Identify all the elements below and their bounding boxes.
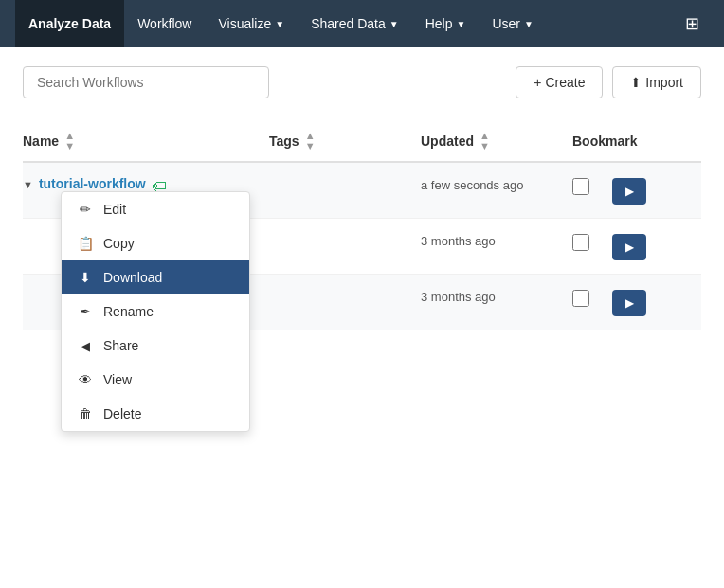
nav-analyze-data[interactable]: Analyze Data bbox=[15, 0, 124, 47]
menu-copy[interactable]: 📋 Copy bbox=[62, 226, 249, 260]
navbar: Analyze Data Workflow Visualize ▼ Shared… bbox=[0, 0, 724, 47]
row-1-name-cell: ▼ tutorial-workflow 🏷 ✏ Edit 📋 Copy ⬇ Do… bbox=[23, 176, 269, 195]
row-2-bookmark: ▶ bbox=[572, 232, 705, 260]
play-button-2[interactable]: ▶ bbox=[612, 234, 646, 260]
rename-icon: ✒ bbox=[77, 304, 94, 319]
play-button-3[interactable]: ▶ bbox=[612, 290, 646, 316]
edit-icon: ✏ bbox=[77, 202, 94, 217]
table-header: Name ▲▼ Tags ▲▼ Updated ▲▼ Bookmark bbox=[23, 121, 701, 163]
nav-help[interactable]: Help ▼ bbox=[412, 0, 480, 47]
menu-share[interactable]: ◀ Share bbox=[62, 329, 249, 363]
help-caret: ▼ bbox=[456, 19, 465, 29]
row-2-updated: 3 months ago bbox=[421, 232, 572, 248]
col-name[interactable]: Name ▲▼ bbox=[23, 131, 269, 151]
menu-view[interactable]: 👁 View bbox=[62, 363, 249, 397]
row-1-updated: a few seconds ago bbox=[421, 176, 572, 192]
menu-rename[interactable]: ✒ Rename bbox=[62, 294, 249, 329]
download-icon: ⬇ bbox=[77, 270, 94, 285]
row-1-bookmark: ▶ bbox=[572, 176, 705, 205]
nav-workflow[interactable]: Workflow bbox=[124, 0, 205, 47]
menu-delete[interactable]: 🗑 Delete bbox=[62, 397, 249, 431]
tags-sort-icon: ▲▼ bbox=[305, 131, 316, 151]
name-sort-icon: ▲▼ bbox=[64, 131, 75, 151]
col-tags[interactable]: Tags ▲▼ bbox=[269, 131, 421, 151]
play-button-1[interactable]: ▶ bbox=[612, 178, 646, 205]
toolbar-buttons: + Create ⬆ Import bbox=[516, 66, 701, 98]
create-button[interactable]: + Create bbox=[516, 66, 603, 98]
col-bookmark: Bookmark bbox=[572, 131, 705, 151]
user-caret: ▼ bbox=[524, 19, 534, 29]
search-input[interactable] bbox=[23, 66, 269, 98]
visualize-caret: ▼ bbox=[275, 19, 284, 29]
view-icon: 👁 bbox=[77, 372, 94, 387]
bookmark-checkbox-2[interactable] bbox=[572, 234, 589, 251]
nav-visualize[interactable]: Visualize ▼ bbox=[205, 0, 298, 47]
share-icon: ◀ bbox=[77, 339, 94, 353]
col-updated[interactable]: Updated ▲▼ bbox=[421, 131, 572, 151]
nav-shared-data[interactable]: Shared Data ▼ bbox=[298, 0, 412, 47]
delete-icon: 🗑 bbox=[77, 406, 94, 421]
import-button[interactable]: ⬆ Import bbox=[612, 66, 701, 98]
expand-icon: ▼ bbox=[23, 179, 33, 190]
menu-edit[interactable]: ✏ Edit bbox=[62, 192, 249, 226]
menu-download[interactable]: ⬇ Download bbox=[62, 260, 249, 294]
grid-icon[interactable]: ⊞ bbox=[676, 13, 709, 34]
bookmark-checkbox-3[interactable] bbox=[572, 290, 589, 307]
row-3-bookmark: ▶ bbox=[572, 288, 705, 316]
table-row: ▼ tutorial-workflow 🏷 ✏ Edit 📋 Copy ⬇ Do… bbox=[23, 163, 701, 219]
toolbar: + Create ⬆ Import bbox=[23, 66, 701, 98]
nav-user[interactable]: User ▼ bbox=[479, 0, 546, 47]
workflow-name-link[interactable]: tutorial-workflow bbox=[39, 176, 146, 191]
copy-icon: 📋 bbox=[77, 236, 94, 251]
main-content: + Create ⬆ Import Name ▲▼ Tags ▲▼ Update… bbox=[0, 47, 724, 588]
context-menu: ✏ Edit 📋 Copy ⬇ Download ✒ Rename ◀ S bbox=[61, 191, 250, 432]
bookmark-checkbox-1[interactable] bbox=[572, 178, 589, 195]
shared-data-caret: ▼ bbox=[389, 19, 399, 29]
row-3-updated: 3 months ago bbox=[421, 288, 572, 304]
updated-sort-icon: ▲▼ bbox=[480, 131, 490, 151]
